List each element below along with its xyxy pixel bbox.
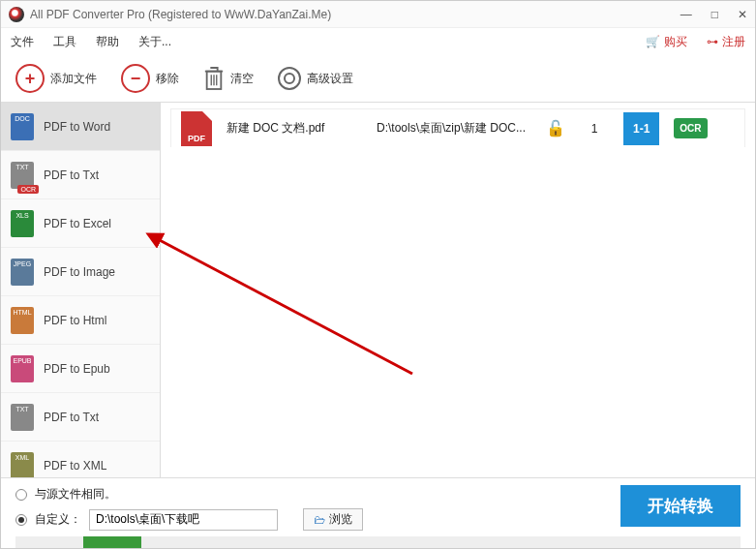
- sidebar-item-label: PDF to Epub: [44, 362, 110, 376]
- progress-fill: [83, 536, 141, 548]
- jpeg-icon: JPEG: [11, 259, 34, 286]
- menu-file[interactable]: 文件: [11, 34, 34, 50]
- key-icon: ⊶: [707, 35, 718, 48]
- sidebar-item-doc[interactable]: DOCPDF to Word: [1, 103, 160, 151]
- sidebar-item-label: PDF to Txt: [44, 168, 99, 182]
- sidebar-item-label: PDF to Word: [44, 120, 110, 134]
- menu-help[interactable]: 帮助: [96, 34, 119, 50]
- doc-icon: DOC: [11, 113, 34, 140]
- plus-icon: +: [15, 64, 45, 93]
- progress-bar: [15, 536, 741, 548]
- ocr-badge[interactable]: OCR: [674, 118, 707, 138]
- lock-icon: 🔓: [546, 119, 565, 137]
- sidebar-item-txt[interactable]: TXTPDF to Txt: [1, 393, 160, 442]
- sidebar-item-xml[interactable]: XMLPDF to XML: [1, 442, 160, 477]
- html-icon: HTML: [11, 307, 34, 334]
- remove-button[interactable]: − 移除: [121, 64, 179, 93]
- sidebar-item-label: PDF to Excel: [44, 217, 111, 230]
- sidebar-item-label: PDF to Image: [44, 265, 115, 279]
- convert-button[interactable]: 开始转换: [620, 485, 741, 527]
- custom-label: 自定义：: [35, 511, 81, 528]
- sidebar[interactable]: DOCPDF to WordTXTOCRPDF to TxtXLSPDF to …: [1, 103, 161, 477]
- txt-icon: TXTOCR: [11, 162, 34, 189]
- content-area: PDF 新建 DOC 文档.pdf D:\tools\桌面\zip\新建 DOC…: [161, 103, 755, 477]
- menu-about[interactable]: 关于...: [138, 34, 171, 50]
- minus-icon: −: [121, 64, 150, 93]
- file-path: D:\tools\桌面\zip\新建 DOC...: [377, 120, 531, 137]
- sidebar-item-xls[interactable]: XLSPDF to Excel: [1, 199, 160, 248]
- sidebar-item-jpeg[interactable]: JPEGPDF to Image: [1, 248, 160, 296]
- gear-icon: [278, 67, 301, 90]
- cart-icon: 🛒: [646, 35, 660, 48]
- xls-icon: XLS: [11, 210, 34, 237]
- xml-icon: XML: [11, 452, 34, 478]
- toolbar: + 添加文件 − 移除 清空 高级设置: [1, 55, 755, 102]
- pdf-icon: PDF: [181, 111, 212, 146]
- clear-button[interactable]: 清空: [203, 66, 254, 91]
- window-title: All PDF Converter Pro (Registered to WwW…: [30, 8, 680, 21]
- sidebar-item-html[interactable]: HTMLPDF to Html: [1, 296, 160, 345]
- annotation-arrow: [141, 112, 432, 403]
- same-source-radio[interactable]: [15, 489, 27, 501]
- trash-icon: [203, 66, 225, 91]
- add-file-button[interactable]: + 添加文件: [15, 64, 97, 93]
- app-icon: [9, 7, 24, 22]
- minimize-button[interactable]: —: [680, 8, 692, 21]
- register-button[interactable]: ⊶ 注册: [707, 34, 745, 50]
- txt-icon: TXT: [11, 404, 34, 431]
- epub-icon: EPUB: [11, 355, 34, 382]
- svg-line-5: [156, 238, 412, 374]
- file-name: 新建 DOC 文档.pdf: [227, 120, 362, 137]
- maximize-button[interactable]: □: [711, 8, 718, 21]
- sidebar-item-label: PDF to Html: [44, 314, 106, 327]
- browse-button[interactable]: 🗁 浏览: [303, 508, 363, 531]
- titlebar: All PDF Converter Pro (Registered to WwW…: [1, 1, 755, 28]
- bottom-panel: 与源文件相同。 自定义： 🗁 浏览 开始转换: [1, 477, 755, 548]
- close-button[interactable]: ✕: [738, 8, 747, 21]
- custom-radio[interactable]: [15, 514, 27, 526]
- sidebar-item-label: PDF to Txt: [44, 411, 99, 424]
- menubar: 文件 工具 帮助 关于... 🛒 购买 ⊶ 注册: [1, 28, 755, 55]
- sidebar-item-epub[interactable]: EPUBPDF to Epub: [1, 345, 160, 393]
- settings-button[interactable]: 高级设置: [278, 67, 353, 90]
- folder-icon: 🗁: [314, 513, 325, 527]
- same-source-label: 与源文件相同。: [35, 486, 116, 503]
- output-path-input[interactable]: [89, 509, 278, 531]
- menu-tools[interactable]: 工具: [53, 34, 76, 50]
- sidebar-item-txt[interactable]: TXTOCRPDF to Txt: [1, 151, 160, 199]
- sidebar-item-label: PDF to XML: [44, 459, 106, 473]
- page-count: 1: [580, 122, 609, 136]
- file-row[interactable]: PDF 新建 DOC 文档.pdf D:\tools\桌面\zip\新建 DOC…: [170, 108, 745, 147]
- buy-button[interactable]: 🛒 购买: [646, 34, 687, 50]
- page-range[interactable]: 1-1: [623, 112, 659, 145]
